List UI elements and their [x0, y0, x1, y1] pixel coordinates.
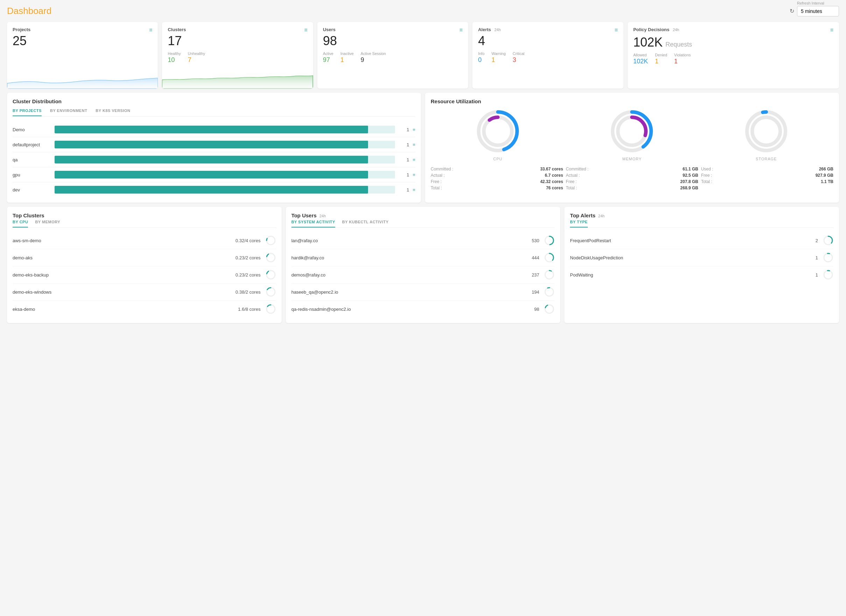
cluster-val-2: 0.23/2 cores	[235, 272, 261, 278]
tab-by-type[interactable]: BY TYPE	[570, 220, 588, 228]
bar-menu-dev[interactable]: ≡	[413, 187, 415, 193]
user-gauge-4	[544, 304, 555, 314]
resource-utilization-title: Resource Utilization	[431, 99, 833, 104]
bar-menu-qa[interactable]: ≡	[413, 157, 415, 162]
user-name-3: haseeb_qa@openc2.io	[291, 290, 338, 295]
svg-point-2	[484, 117, 512, 145]
tab-by-system-activity[interactable]: BY SYSTEM ACTIVITY	[291, 220, 335, 228]
user-name-1: hardik@rafay.co	[291, 255, 324, 260]
mem-committed-val: 61.1 GB	[683, 167, 698, 172]
user-val-4: 98	[534, 307, 539, 312]
bar-count-qa: 1	[398, 157, 409, 162]
svg-point-35	[824, 271, 832, 279]
svg-point-27	[545, 288, 554, 296]
stor-total-key: Total :	[701, 179, 712, 184]
bar-row-gpu: gpu 1 ≡	[13, 167, 415, 182]
user-gauge-1	[544, 252, 555, 263]
bar-track-qa	[54, 156, 395, 163]
resource-details: Committed :33.67 cores Actual :6.7 cores…	[431, 167, 833, 192]
bar-menu-demo[interactable]: ≡	[413, 127, 415, 132]
tab-by-memory[interactable]: BY MEMORY	[35, 220, 60, 228]
alerts-warning-label: Warning	[492, 51, 506, 56]
alert-gauge-0	[823, 235, 833, 246]
svg-point-33	[824, 253, 832, 262]
storage-gauge: STORAGE	[743, 109, 789, 161]
policy-list-icon[interactable]: ≡	[830, 27, 833, 33]
stor-total-val: 1.1 TB	[821, 179, 833, 184]
bar-row-demo: Demo 1 ≡	[13, 122, 415, 137]
bar-track-dev	[54, 186, 395, 194]
tab-by-cpu[interactable]: BY CPU	[13, 220, 28, 228]
top-clusters-rows: aws-sm-demo 0.32/4 cores demo-aks 0.23/2…	[13, 232, 276, 318]
policy-card: Policy Decisions 24h ≡ 102K Requests All…	[628, 22, 839, 88]
user-val-1: 444	[532, 255, 539, 260]
tab-by-kubectl-activity[interactable]: BY KUBECTL ACTIVITY	[342, 220, 389, 228]
cpu-gauge-label: CPU	[494, 157, 502, 161]
cluster-gauge-2	[266, 269, 276, 280]
projects-list-icon[interactable]: ≡	[149, 27, 152, 33]
alerts-number: 4	[478, 35, 618, 47]
users-label: Users	[323, 27, 336, 32]
bar-label-dev: dev	[13, 187, 51, 193]
bar-label-defaultproject: defaultproject	[13, 142, 51, 147]
resource-utilization-card: Resource Utilization CPU	[425, 93, 839, 203]
user-row-0: lan@rafay.co 530	[291, 232, 555, 249]
alert-row-2: PodWaiting 1	[570, 266, 833, 283]
bar-count-defaultproject: 1	[398, 142, 409, 147]
users-list-icon[interactable]: ≡	[460, 27, 463, 33]
mem-actual-val: 92.5 GB	[683, 173, 698, 178]
top-clusters-title-text: Top Clusters	[13, 212, 44, 218]
svg-point-10	[752, 117, 780, 145]
cluster-distribution-title: Cluster Distribution	[13, 99, 415, 104]
user-gauge-3	[544, 287, 555, 297]
alert-val-1: 1	[815, 255, 818, 260]
alert-name-0: FrequentPodRestart	[570, 238, 611, 243]
stor-free-key: Free :	[701, 173, 712, 178]
bottom-row: Top Clusters BY CPU BY MEMORY aws-sm-dem…	[7, 207, 839, 323]
alerts-info-label: Info	[478, 51, 484, 56]
bar-row-qa: qa 1 ≡	[13, 152, 415, 167]
alerts-critical-val: 3	[513, 56, 524, 64]
projects-card: Projects ≡ 25	[7, 22, 158, 88]
clusters-unhealthy-val: 7	[188, 56, 206, 64]
alert-val-2: 1	[815, 272, 818, 278]
refresh-interval-select[interactable]: 1 minute 5 minutes 15 minutes 30 minutes…	[797, 6, 839, 16]
alert-name-1: NodeDiskUsagePrediction	[570, 255, 623, 260]
cpu-committed-val: 33.67 cores	[540, 167, 563, 172]
refresh-interval-label: Refresh Interval	[797, 1, 824, 5]
users-number: 98	[323, 35, 463, 47]
bar-track-demo	[54, 126, 395, 133]
bar-fill-qa	[54, 156, 368, 163]
alert-row-1: NodeDiskUsagePrediction 1	[570, 249, 833, 266]
cluster-gauge-1	[266, 252, 276, 263]
policy-allowed-val: 102K	[633, 58, 648, 65]
top-users-title-text: Top Users	[291, 212, 317, 218]
clusters-card: Clusters ≡ 17 Healthy 10 Unhealthy 7	[162, 22, 313, 88]
clusters-label: Clusters	[167, 27, 186, 32]
users-card: Users ≡ 98 Active 97 Inactive 1 Active S…	[317, 22, 468, 88]
clusters-list-icon[interactable]: ≡	[304, 27, 307, 33]
alerts-list-icon[interactable]: ≡	[615, 27, 618, 33]
tab-by-k8s-version[interactable]: BY K8S VERSION	[95, 109, 130, 116]
users-session-label: Active Session	[361, 51, 386, 56]
user-val-3: 194	[532, 290, 539, 295]
cluster-gauge-0	[266, 235, 276, 246]
user-gauge-2	[544, 269, 555, 280]
alerts-critical-label: Critical	[513, 51, 524, 56]
stor-free-val: 927.9 GB	[815, 173, 833, 178]
cpu-actual-val: 6.7 cores	[545, 173, 563, 178]
bar-menu-gpu[interactable]: ≡	[413, 172, 415, 178]
bar-track-defaultproject	[54, 141, 395, 148]
alerts-sub: Info 0 Warning 1 Critical 3	[478, 51, 618, 64]
refresh-icon[interactable]: ↻	[790, 8, 794, 14]
policy-suffix: Requests	[665, 41, 692, 48]
middle-row: Cluster Distribution BY PROJECTS BY ENVI…	[7, 93, 839, 203]
tab-by-environment[interactable]: BY ENVIRONMENT	[50, 109, 87, 116]
users-active-label: Active	[323, 51, 333, 56]
alert-gauge-1	[823, 252, 833, 263]
users-active-val: 97	[323, 56, 333, 64]
tab-by-projects[interactable]: BY PROJECTS	[13, 109, 42, 116]
mem-actual-key: Actual :	[566, 173, 580, 178]
bar-menu-defaultproject[interactable]: ≡	[413, 142, 415, 147]
projects-chart	[7, 64, 158, 88]
